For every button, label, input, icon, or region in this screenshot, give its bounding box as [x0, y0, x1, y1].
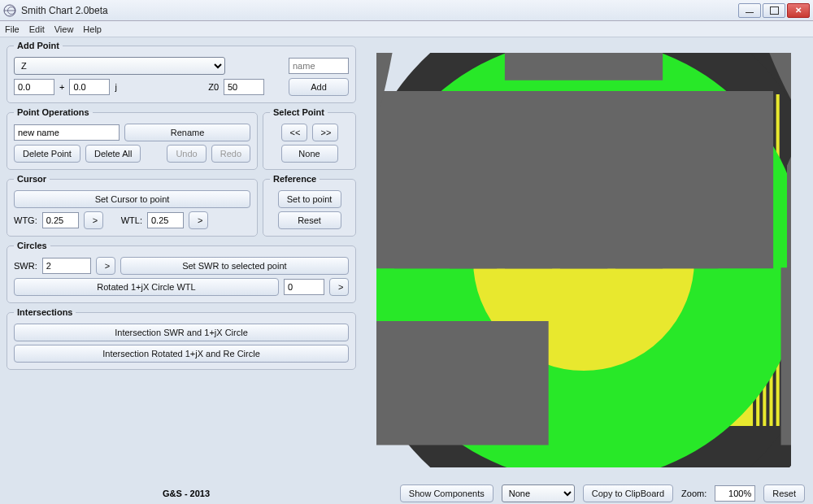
wtl-label: WTL:	[121, 215, 142, 225]
wtg-go-button[interactable]: >	[84, 211, 103, 229]
components-select[interactable]: None	[502, 484, 575, 502]
imag-input[interactable]	[69, 79, 110, 95]
app-icon	[3, 4, 16, 17]
point-type-select[interactable]: Z	[14, 57, 225, 75]
next-point-button[interactable]: >>	[312, 124, 338, 141]
j-label: j	[115, 82, 116, 92]
intersection-swr-button[interactable]: Intersection SWR and 1+jX Circle	[14, 324, 349, 341]
wtg-label: WTG:	[14, 215, 37, 225]
swr-go-button[interactable]: >	[96, 257, 115, 275]
rotated-circle-button[interactable]: Rotated 1+jX Circle WTL	[14, 278, 279, 296]
add-point-group: Add Point Z + j Z0 Add	[7, 41, 356, 103]
real-input[interactable]	[14, 79, 54, 95]
close-button[interactable]	[787, 3, 810, 18]
menu-edit[interactable]: Edit	[29, 24, 45, 34]
rotated-go-button[interactable]: >	[329, 278, 349, 296]
z0-input[interactable]	[224, 79, 264, 95]
show-components-button[interactable]: Show Components	[400, 484, 493, 502]
swr-input[interactable]	[42, 258, 91, 274]
intersections-group: Intersections Intersection SWR and 1+jX …	[7, 307, 356, 370]
add-button[interactable]: Add	[289, 78, 349, 96]
menu-help[interactable]: Help	[83, 24, 102, 34]
smith-chart[interactable]: 0.00.20.51.02.05.0-5.0-2.0-1.0-0.5-0.20.…	[361, 41, 806, 480]
select-point-legend: Select Point	[270, 107, 328, 117]
select-none-button[interactable]: None	[281, 145, 338, 163]
undo-button[interactable]: Undo	[167, 145, 206, 163]
reference-legend: Reference	[270, 174, 320, 184]
intersections-legend: Intersections	[14, 307, 76, 317]
select-point-group: Select Point << >> None	[263, 107, 356, 170]
delete-all-button[interactable]: Delete All	[85, 145, 141, 163]
wtl-input[interactable]	[147, 212, 184, 228]
set-cursor-button[interactable]: Set Cursor to point	[14, 190, 250, 208]
redo-button[interactable]: Redo	[211, 145, 250, 163]
point-operations-group: Point Operations Rename Delete Point Del…	[7, 107, 258, 170]
point-name-input[interactable]	[289, 58, 349, 74]
prev-point-button[interactable]: <<	[281, 124, 307, 141]
wtl-go-button[interactable]: >	[189, 211, 208, 229]
rotated-input[interactable]	[284, 279, 324, 295]
cursor-group: Cursor Set Cursor to point WTG: > WTL: >	[7, 174, 258, 237]
maximize-button[interactable]	[763, 3, 785, 18]
delete-point-button[interactable]: Delete Point	[14, 145, 80, 163]
circles-legend: Circles	[14, 241, 50, 250]
cursor-legend: Cursor	[14, 174, 50, 184]
z0-label: Z0	[208, 82, 219, 92]
point-ops-legend: Point Operations	[14, 107, 93, 117]
zoom-label: Zoom:	[681, 489, 706, 498]
zoom-reset-button[interactable]: Reset	[763, 484, 805, 502]
copy-clipboard-button[interactable]: Copy to ClipBoard	[583, 484, 673, 502]
set-swr-button[interactable]: Set SWR to selected point	[120, 257, 349, 275]
reference-group: Reference Set to point Reset	[263, 174, 356, 237]
minimize-button[interactable]	[738, 3, 761, 18]
add-point-legend: Add Point	[14, 41, 63, 50]
circles-group: Circles SWR: > Set SWR to selected point…	[7, 241, 356, 303]
set-reference-button[interactable]: Set to point	[278, 190, 341, 208]
window-title: Smith Chart 2.0beta	[21, 5, 738, 16]
plus-label: +	[59, 82, 64, 92]
zoom-input[interactable]	[715, 485, 755, 502]
menu-file[interactable]: File	[5, 24, 20, 34]
swr-label: SWR:	[14, 261, 37, 271]
new-name-input[interactable]	[14, 124, 120, 141]
intersection-rotated-button[interactable]: Intersection Rotated 1+jX and Re Circle	[14, 345, 349, 363]
rename-button[interactable]: Rename	[124, 124, 250, 141]
brand-label: G&S - 2013	[163, 489, 210, 498]
wtg-input[interactable]	[42, 212, 79, 228]
reset-reference-button[interactable]: Reset	[278, 211, 341, 229]
svg-text:5.0: 5.0	[376, 53, 415, 467]
menu-view[interactable]: View	[54, 24, 74, 34]
